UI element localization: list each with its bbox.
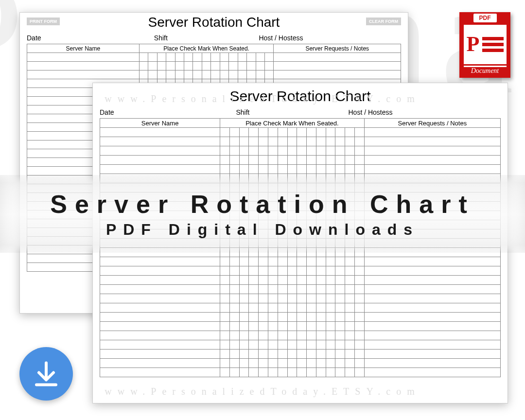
header-server-name: Server Name — [27, 44, 140, 53]
table-row — [100, 239, 501, 248]
table-row — [100, 174, 501, 183]
header-check: Place Check Mark When Seated. — [139, 44, 274, 53]
table-row — [100, 220, 501, 229]
table-row — [100, 183, 501, 192]
pdf-lines-icon — [482, 37, 503, 52]
table-row — [100, 257, 501, 266]
table-row — [100, 313, 501, 322]
table-row — [100, 340, 501, 350]
table-row — [100, 156, 501, 165]
meta-host-label: Host / Hostess — [349, 108, 501, 116]
table-row — [27, 62, 401, 70]
table-row — [100, 192, 501, 202]
table-row — [27, 53, 401, 62]
pdf-badge: PDF P Document — [459, 12, 510, 78]
table-row — [100, 303, 501, 313]
table-row — [100, 368, 501, 377]
header-notes: Server Requests / Notes — [364, 119, 500, 128]
chart-title: Server Rotation Chart — [27, 15, 401, 30]
table-row — [100, 350, 501, 359]
pdf-tab-label: PDF — [473, 14, 497, 22]
print-form-button[interactable]: PRINT FORM — [27, 18, 60, 25]
table-row — [100, 322, 501, 331]
meta-shift-label: Shift — [154, 34, 259, 42]
table-row — [100, 359, 501, 368]
table-row — [27, 70, 401, 79]
url-watermark-bottom: www.PersonalizedToday.ETSY.com — [105, 386, 420, 397]
download-icon[interactable] — [19, 347, 73, 401]
table-row — [100, 294, 501, 303]
table-row — [100, 146, 501, 156]
pdf-letter: P — [467, 34, 480, 55]
meta-date-label: Date — [100, 108, 236, 116]
url-watermark-top: www.PersonalizedToday.ETSY.com — [105, 93, 420, 105]
chart-meta-row: Date Shift Host / Hostess — [27, 34, 401, 42]
table-row — [100, 331, 501, 340]
table-row — [100, 211, 501, 220]
table-row — [100, 248, 501, 257]
clear-form-button[interactable]: CLEAR FORM — [366, 18, 401, 25]
table-row — [100, 137, 501, 146]
table-row — [100, 276, 501, 285]
meta-date-label: Date — [27, 34, 154, 42]
table-row — [100, 266, 501, 276]
table-row — [100, 165, 501, 174]
chart-front: Server Rotation Chart Date Shift Host / … — [92, 83, 508, 403]
meta-host-label: Host / Hostess — [259, 34, 401, 42]
meta-shift-label: Shift — [236, 108, 349, 116]
table-row — [100, 229, 501, 239]
chart-meta-row: Date Shift Host / Hostess — [100, 108, 501, 116]
rotation-table: Server NamePlace Check Mark When Seated.… — [100, 118, 501, 377]
table-row — [100, 128, 501, 137]
header-server-name: Server Name — [100, 119, 220, 128]
pdf-document-label: Document — [471, 67, 499, 75]
header-check: Place Check Mark When Seated. — [220, 119, 364, 128]
header-notes: Server Requests / Notes — [274, 44, 401, 53]
table-row — [100, 285, 501, 294]
table-row — [100, 202, 501, 211]
